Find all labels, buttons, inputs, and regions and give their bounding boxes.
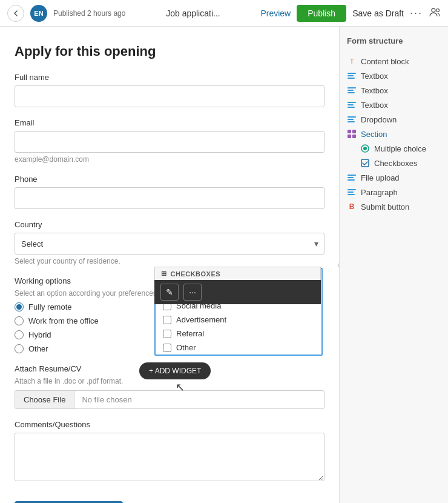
phone-group: Phone xyxy=(15,175,324,209)
country-hint: Select your country of residence. xyxy=(15,257,324,265)
email-group: Email example@domain.com xyxy=(15,118,324,164)
form-title: Apply for this opening xyxy=(15,44,324,59)
content-block-icon: T xyxy=(347,56,357,66)
country-select-wrapper: Select xyxy=(15,233,324,255)
full-name-input[interactable] xyxy=(15,85,324,107)
sidebar-item-checkboxes[interactable]: Checkboxes xyxy=(347,156,441,170)
sidebar-item-file-upload[interactable]: File upload xyxy=(347,170,441,185)
checkbox-other-label: Other xyxy=(176,343,196,352)
sidebar-item-content-block[interactable]: T Content block xyxy=(347,54,441,68)
more-menu-button[interactable]: ··· xyxy=(410,7,423,19)
checkboxes-overlay: ⊞ CHECKBOXES ✎ ··· xyxy=(154,267,321,304)
add-widget-bar: + ADD WIDGET ↖ xyxy=(139,362,211,379)
cursor-icon: ↖ xyxy=(176,381,185,394)
sidebar-item-textbox-1[interactable]: Textbox xyxy=(347,68,441,83)
radio-work-office-input[interactable] xyxy=(15,316,24,325)
svg-rect-22 xyxy=(348,177,354,178)
users-icon[interactable] xyxy=(429,6,441,20)
checkbox-advertisement-input[interactable] xyxy=(163,316,171,324)
radio-work-office-label: Work from the office xyxy=(28,316,99,325)
multiple-choice-icon xyxy=(360,144,370,153)
country-select[interactable]: Select xyxy=(15,233,324,255)
published-status: Published 2 hours ago xyxy=(53,9,125,18)
sidebar-item-textbox-2[interactable]: Textbox xyxy=(347,83,441,98)
sidebar-item-textbox-3[interactable]: Textbox xyxy=(347,98,441,112)
radio-hybrid-label: Hybrid xyxy=(28,330,51,339)
svg-rect-14 xyxy=(348,130,351,133)
resize-arrow-icon: ‹ xyxy=(337,261,340,269)
svg-point-0 xyxy=(432,8,435,12)
file-upload-icon xyxy=(347,173,357,182)
svg-rect-2 xyxy=(348,73,356,74)
radio-other-label: Other xyxy=(28,344,48,353)
section-icon xyxy=(347,129,357,139)
sidebar-item-textbox-1-label: Textbox xyxy=(361,72,388,81)
edit-tool-button[interactable]: ✎ xyxy=(160,284,179,301)
save-as-draft-button[interactable]: Save as Draft xyxy=(352,8,404,18)
comments-group: Comments/Questions xyxy=(15,420,324,483)
svg-point-19 xyxy=(363,147,367,150)
svg-rect-9 xyxy=(348,104,354,105)
phone-label: Phone xyxy=(15,175,324,184)
svg-rect-6 xyxy=(348,90,354,91)
sidebar-item-dropdown[interactable]: Dropdown xyxy=(347,112,441,127)
topbar: EN Published 2 hours ago Job applicati..… xyxy=(0,0,448,27)
svg-rect-8 xyxy=(348,102,356,103)
checkboxes-sidebar-icon xyxy=(360,158,370,168)
sidebar-item-file-upload-label: File upload xyxy=(361,173,400,182)
svg-rect-10 xyxy=(348,107,355,108)
main-layout: Apply for this opening Full name Email e… xyxy=(0,27,448,503)
email-input[interactable] xyxy=(15,131,324,153)
file-upload-row: Choose File No file chosen xyxy=(15,390,324,409)
svg-rect-7 xyxy=(348,92,355,93)
checkboxes-label: CHECKBOXES xyxy=(171,270,221,278)
sidebar-item-multiple-choice[interactable]: Multiple choice xyxy=(347,141,441,156)
sidebar-item-submit-button[interactable]: B Submit button xyxy=(347,199,441,214)
radio-fully-remote-input[interactable] xyxy=(15,302,24,311)
form-structure-sidebar: Form structure T Content block Textbox T… xyxy=(339,27,448,503)
sidebar-item-textbox-2-label: Textbox xyxy=(361,86,388,95)
sidebar-item-checkboxes-label: Checkboxes xyxy=(374,159,418,168)
resize-handle[interactable]: ‹ xyxy=(336,27,341,503)
checkboxes-toolbar: ✎ ··· xyxy=(154,280,321,304)
svg-rect-25 xyxy=(348,192,354,193)
svg-rect-21 xyxy=(348,175,356,176)
svg-rect-5 xyxy=(348,87,356,88)
phone-input[interactable] xyxy=(15,187,324,209)
checkbox-referral-input[interactable] xyxy=(163,330,171,338)
comments-textarea[interactable] xyxy=(15,433,324,481)
sidebar-item-content-block-label: Content block xyxy=(361,57,409,66)
checkbox-advertisement[interactable]: Advertisement xyxy=(156,313,321,327)
sidebar-item-section-label: Section xyxy=(361,130,387,139)
sidebar-item-section[interactable]: Section xyxy=(347,127,441,141)
radio-fully-remote-label: Fully remote xyxy=(28,302,72,311)
svg-rect-13 xyxy=(348,121,355,122)
radio-other-input[interactable] xyxy=(15,344,24,353)
checkbox-other[interactable]: Other xyxy=(156,341,321,355)
submit-button-icon: B xyxy=(347,202,357,212)
radio-hybrid-input[interactable] xyxy=(15,330,24,339)
textbox-3-icon xyxy=(347,100,357,110)
sidebar-item-submit-button-label: Submit button xyxy=(361,202,409,212)
svg-rect-26 xyxy=(348,194,355,195)
svg-rect-16 xyxy=(348,135,351,138)
email-label: Email xyxy=(15,118,324,127)
choose-file-button[interactable]: Choose File xyxy=(15,391,74,408)
back-button[interactable] xyxy=(7,5,24,22)
publish-button[interactable]: Publish xyxy=(297,5,346,22)
more-tool-button[interactable]: ··· xyxy=(183,284,202,301)
textbox-1-icon xyxy=(347,71,357,81)
svg-rect-11 xyxy=(348,116,356,118)
svg-point-1 xyxy=(436,9,440,12)
checkbox-advertisement-label: Advertisement xyxy=(176,315,226,324)
full-name-group: Full name xyxy=(15,73,324,107)
avatar: EN xyxy=(30,5,47,22)
checkbox-referral[interactable]: Referral xyxy=(156,327,321,341)
add-widget-button[interactable]: + ADD WIDGET xyxy=(139,362,211,379)
svg-rect-15 xyxy=(352,130,356,133)
checkbox-other-input[interactable] xyxy=(163,344,171,352)
preview-link[interactable]: Preview xyxy=(260,8,291,18)
file-name-display: No file chosen xyxy=(74,391,324,408)
sidebar-item-paragraph[interactable]: Paragraph xyxy=(347,185,441,199)
sidebar-item-textbox-3-label: Textbox xyxy=(361,101,388,110)
